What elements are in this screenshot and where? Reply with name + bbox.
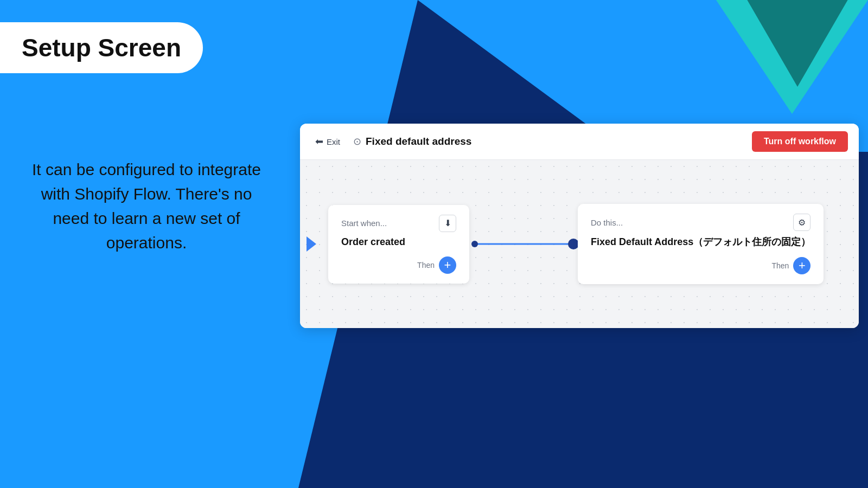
action-settings-button[interactable]: ⚙ [793,214,810,231]
svg-point-2 [568,239,578,249]
action-then-label: Then [771,261,789,270]
settings-icon: ⚙ [798,217,806,228]
description-text: It can be configured to integrate with S… [0,157,293,255]
trigger-node-wrapper: Start when... ⬇ Order created Then + [316,205,469,284]
action-add-button[interactable]: + [793,257,810,274]
trigger-add-button[interactable]: + [439,256,456,274]
svg-point-1 [471,241,478,247]
workflow-canvas: Start when... ⬇ Order created Then + [300,160,859,328]
workflow-name: Fixed default address [366,136,471,147]
workflow-panel: ⬅ Exit ⊙ Fixed default address Turn off … [300,124,859,328]
logo-area [705,0,868,119]
nodes-row: Start when... ⬇ Order created Then + [316,204,843,284]
logo-inner-triangle [738,0,857,87]
action-node-value: Fixed Default Address（デフォルト住所の固定） [591,235,810,248]
connector-svg [469,211,578,277]
exit-button[interactable]: ⬅ Exit [311,133,344,150]
workflow-title-area: ⊙ Fixed default address [353,136,471,147]
trigger-node-card: Start when... ⬇ Order created Then + [328,205,469,284]
action-node-header: Do this... ⚙ [591,214,810,231]
trigger-then-label: Then [417,261,435,269]
action-node-card: Do this... ⚙ Fixed Default Address（デフォルト… [578,204,824,284]
trigger-node-footer: Then + [341,256,456,274]
turn-off-button[interactable]: Turn off workflow [752,131,848,152]
connector-area [469,211,578,277]
header-left: ⬅ Exit ⊙ Fixed default address [311,133,471,150]
trigger-indicator [307,236,316,252]
trigger-node-label: Start when... [341,219,387,228]
page-title: Setup Screen [22,34,181,62]
exit-icon: ⬅ [315,136,323,147]
download-icon: ⬇ [444,218,451,228]
workflow-header: ⬅ Exit ⊙ Fixed default address Turn off … [300,124,859,160]
trigger-node-header: Start when... ⬇ [341,215,456,232]
check-circle-icon: ⊙ [353,136,361,147]
title-container: Setup Screen [0,22,203,73]
trigger-download-button[interactable]: ⬇ [439,215,456,232]
exit-label: Exit [327,137,340,146]
action-node-label: Do this... [591,218,623,227]
trigger-node-value: Order created [341,236,456,248]
action-node-footer: Then + [591,257,810,274]
